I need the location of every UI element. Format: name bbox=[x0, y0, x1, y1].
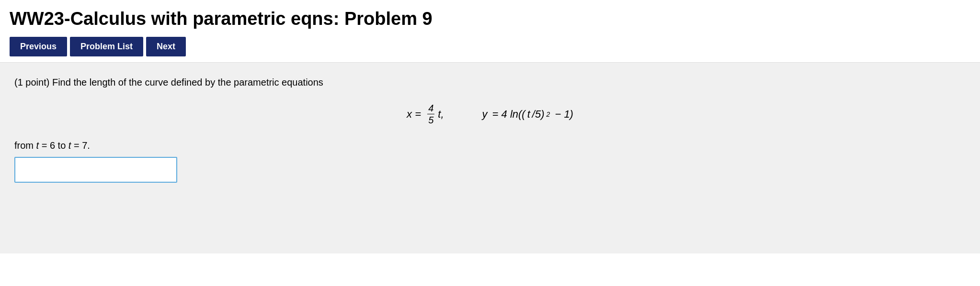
x-equation: x = 4 5 t, bbox=[407, 102, 444, 126]
page-title: WW23-Calculus with parametric eqns: Prob… bbox=[10, 9, 970, 29]
problem-statement: (1 point) Find the length of the curve d… bbox=[14, 77, 966, 88]
fraction: 4 5 bbox=[427, 102, 434, 126]
fraction-numerator: 4 bbox=[427, 102, 434, 114]
x-suffix: t, bbox=[438, 108, 444, 121]
header-section: WW23-Calculus with parametric eqns: Prob… bbox=[0, 0, 980, 62]
statement-text: Find the length of the curve defined by … bbox=[52, 77, 323, 88]
next-button[interactable]: Next bbox=[146, 37, 186, 56]
problem-list-button[interactable]: Problem List bbox=[70, 37, 143, 56]
equations-container: x = 4 5 t, y = 4 ln((t/5)2 − 1) bbox=[14, 102, 966, 126]
points-label: (1 point) bbox=[14, 77, 49, 88]
y-label: y bbox=[482, 108, 488, 121]
from-statement: from t = 6 to t = 7. bbox=[14, 140, 966, 151]
y-equation: y = 4 ln((t/5)2 − 1) bbox=[482, 108, 573, 121]
fraction-denominator: 5 bbox=[427, 114, 434, 126]
content-section: (1 point) Find the length of the curve d… bbox=[0, 62, 980, 253]
nav-buttons: Previous Problem List Next bbox=[10, 37, 970, 56]
answer-input[interactable] bbox=[14, 157, 177, 183]
x-label: x = bbox=[407, 108, 424, 121]
previous-button[interactable]: Previous bbox=[10, 37, 67, 56]
